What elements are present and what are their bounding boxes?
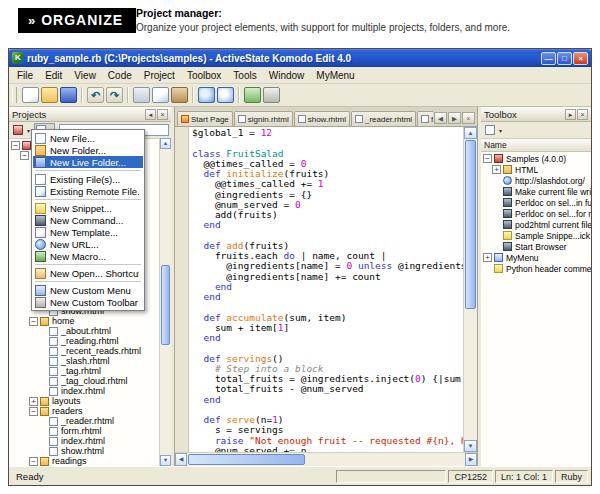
project-menu-button[interactable]: ▾ bbox=[11, 123, 32, 138]
projects-tree-item-readings[interactable]: −readings bbox=[9, 456, 160, 466]
projects-scrollbar-thumb[interactable] bbox=[161, 265, 170, 345]
redo-button[interactable]: ↷ bbox=[106, 87, 123, 103]
scroll-tabs-left-button[interactable]: ◀ bbox=[434, 112, 447, 124]
title-bar[interactable]: K ruby_sample.rb (C:\Projects\samples) -… bbox=[9, 49, 591, 67]
menu-project[interactable]: Project bbox=[138, 69, 181, 82]
scroll-down-icon[interactable]: ▼ bbox=[464, 440, 477, 452]
collapse-twisty-icon[interactable]: − bbox=[483, 154, 492, 163]
projects-tree-item-form-rhtml[interactable]: form.rhtml bbox=[9, 426, 160, 436]
tab-signin-rhtml[interactable]: signin.rhtml bbox=[234, 111, 293, 126]
tab-reader-rhtml[interactable]: _reader.rhtml bbox=[351, 111, 416, 126]
menu-view[interactable]: View bbox=[68, 69, 102, 82]
projects-tree-item-index-rhtml[interactable]: index.rhtml bbox=[9, 386, 160, 396]
menu-mymenu[interactable]: MyMenu bbox=[310, 69, 360, 82]
close-tab-button[interactable]: × bbox=[462, 112, 475, 124]
editor-gutter[interactable] bbox=[175, 127, 189, 452]
maximize-button[interactable]: □ bbox=[557, 52, 572, 65]
tab-form-rhtml[interactable]: form.rhtml bbox=[417, 111, 433, 126]
language-indicator[interactable]: Ruby bbox=[555, 470, 588, 483]
projects-tree-item-reader-rhtml[interactable]: _reader.rhtml bbox=[9, 416, 160, 426]
minimize-button[interactable]: — bbox=[541, 52, 556, 65]
toolbox-tree-item-pod2html-current-file[interactable]: pod2html current file bbox=[481, 219, 591, 230]
collapse-twisty-icon[interactable]: − bbox=[29, 407, 38, 416]
menu-item-existing-file-s[interactable]: Existing File(s)... bbox=[33, 173, 143, 185]
find-button[interactable] bbox=[198, 87, 215, 103]
encoding-indicator[interactable]: CP1252 bbox=[448, 470, 493, 483]
menu-tools[interactable]: Tools bbox=[227, 69, 262, 82]
projects-tree-item-layouts[interactable]: +layouts bbox=[9, 396, 160, 406]
tab-show-rhtml[interactable]: show.rhtml bbox=[294, 111, 350, 126]
toolbox-name-header[interactable]: Name bbox=[481, 139, 591, 152]
preview-button[interactable] bbox=[244, 87, 261, 103]
toolbox-tree-item-html[interactable]: +HTML bbox=[481, 164, 591, 175]
scroll-right-icon[interactable]: ▶ bbox=[465, 453, 477, 466]
editor-hscrollbar-track[interactable] bbox=[187, 453, 465, 466]
scroll-up-icon[interactable]: ▲ bbox=[464, 127, 477, 139]
menu-code[interactable]: Code bbox=[102, 69, 138, 82]
projects-tree-item-show-rhtml[interactable]: show.rhtml bbox=[9, 446, 160, 456]
projects-collapse-button[interactable]: ◂ bbox=[145, 109, 156, 120]
editor-vscrollbar-track[interactable] bbox=[464, 139, 477, 440]
menu-item-existing-remote-file[interactable]: Existing Remote File... bbox=[33, 185, 143, 197]
collapse-twisty-icon[interactable]: − bbox=[29, 317, 38, 326]
menu-item-new-url[interactable]: New URL... bbox=[33, 238, 143, 250]
new-file-button[interactable] bbox=[22, 87, 39, 103]
menu-item-new-live-folder[interactable]: New Live Folder... bbox=[33, 156, 143, 168]
projects-tree-item-index-rhtml[interactable]: index.rhtml bbox=[9, 436, 160, 446]
scroll-down-icon[interactable]: ▼ bbox=[160, 455, 171, 466]
menu-item-new-template[interactable]: New Template... bbox=[33, 226, 143, 238]
menu-item-new-macro[interactable]: New Macro... bbox=[33, 250, 143, 262]
editor-vscrollbar-thumb[interactable] bbox=[465, 140, 476, 309]
projects-tree-item-tag-rhtml[interactable]: _tag.rhtml bbox=[9, 366, 160, 376]
find-in-files-button[interactable] bbox=[217, 87, 234, 103]
menu-item-new-open-shortcut[interactable]: New Open... Shortcut bbox=[33, 267, 143, 279]
toolbox-add-button[interactable]: ▾ bbox=[483, 123, 504, 138]
menu-edit[interactable]: Edit bbox=[39, 69, 68, 82]
toolbox-collapse-button[interactable]: ▸ bbox=[565, 109, 576, 120]
editor-vscrollbar[interactable]: ▲ ▼ bbox=[463, 127, 477, 452]
menu-file[interactable]: File bbox=[11, 69, 39, 82]
open-file-button[interactable] bbox=[41, 87, 58, 103]
tab-start-page[interactable]: Start Page bbox=[177, 111, 233, 126]
menu-item-new-snippet[interactable]: New Snippet... bbox=[33, 202, 143, 214]
collapse-twisty-icon[interactable]: − bbox=[11, 141, 20, 150]
toolbox-close-button[interactable]: × bbox=[577, 109, 588, 120]
projects-tree-item-slash-rhtml[interactable]: _slash.rhtml bbox=[9, 356, 160, 366]
menu-item-new-custom-menu[interactable]: New Custom Menu bbox=[33, 284, 143, 296]
menu-toolbox[interactable]: Toolbox bbox=[181, 69, 227, 82]
toolbox-tree-item-start-browser[interactable]: Start Browser bbox=[481, 241, 591, 252]
copy-button[interactable] bbox=[152, 87, 169, 103]
menu-item-new-command[interactable]: New Command... bbox=[33, 214, 143, 226]
projects-tree-item-about-rhtml[interactable]: _about.rhtml bbox=[9, 326, 160, 336]
toolbox-tree-item-python-header-comment-block[interactable]: Python header comment block bbox=[481, 263, 591, 274]
collapse-twisty-icon[interactable]: − bbox=[20, 151, 29, 160]
projects-scrollbar[interactable]: ▲ ▼ bbox=[159, 138, 171, 466]
toolbox-tree-item-mymenu[interactable]: +MyMenu bbox=[481, 252, 591, 263]
projects-close-button[interactable]: × bbox=[157, 109, 168, 120]
projects-tree-item-recent-reads-rhtml[interactable]: _recent_reads.rhtml bbox=[9, 346, 160, 356]
scroll-up-icon[interactable]: ▲ bbox=[160, 138, 171, 149]
toolbox-tree-item-make-current-file-writeable[interactable]: Make current file writeable bbox=[481, 186, 591, 197]
print-button[interactable] bbox=[263, 87, 280, 103]
toolbox-tree-item-perldoc-on-sel-in-functions[interactable]: Perldoc on sel...in functions) bbox=[481, 197, 591, 208]
expand-twisty-icon[interactable]: + bbox=[492, 165, 501, 174]
projects-tree-item-home[interactable]: −home bbox=[9, 316, 160, 326]
menu-item-new-file[interactable]: New File... bbox=[33, 132, 143, 144]
toolbox-tree-item-perldoc-on-sel-for-modules[interactable]: Perldoc on sel...for modules) bbox=[481, 208, 591, 219]
menu-window[interactable]: Window bbox=[263, 69, 311, 82]
expand-twisty-icon[interactable]: + bbox=[29, 397, 38, 406]
expand-twisty-icon[interactable]: + bbox=[483, 253, 492, 262]
undo-button[interactable]: ↶ bbox=[87, 87, 104, 103]
projects-tree-item-tag-cloud-rhtml[interactable]: _tag_cloud.rhtml bbox=[9, 376, 160, 386]
projects-tree-item-reading-rhtml[interactable]: _reading.rhtml bbox=[9, 336, 160, 346]
toolbar-grip[interactable] bbox=[12, 87, 17, 103]
scroll-left-icon[interactable]: ◀ bbox=[175, 453, 187, 466]
editor-hscrollbar-thumb[interactable] bbox=[188, 454, 305, 465]
projects-scrollbar-track[interactable] bbox=[160, 149, 171, 455]
projects-tree-item-readers[interactable]: −readers bbox=[9, 406, 160, 416]
toolbox-tree-item-http-slashdot-org[interactable]: http://slashdot.org/ bbox=[481, 175, 591, 186]
editor-hscrollbar[interactable]: ◀ ▶ bbox=[175, 452, 477, 466]
toolbox-tree-item-samples-4-0-0[interactable]: −Samples (4.0.0) bbox=[481, 153, 591, 164]
close-button[interactable]: × bbox=[573, 52, 588, 65]
paste-button[interactable] bbox=[171, 87, 188, 103]
